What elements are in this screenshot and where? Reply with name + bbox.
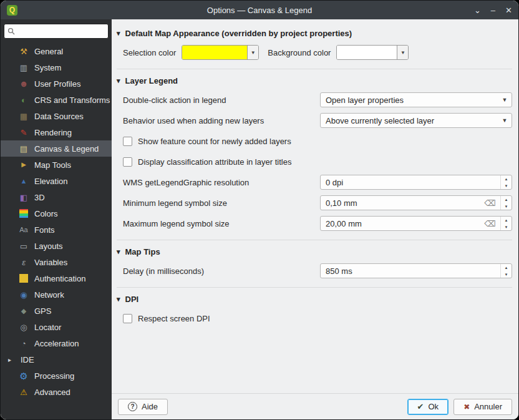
sidebar-item-3d[interactable]: 3D bbox=[1, 189, 112, 205]
sidebar-item-user-profiles[interactable]: User Profiles bbox=[1, 76, 112, 92]
globe-crs-icon bbox=[18, 94, 29, 105]
qgis-logo: Q bbox=[7, 5, 17, 16]
wms-resolution-label: WMS getLegendGraphic resolution bbox=[123, 178, 320, 187]
sidebar-item-rendering[interactable]: Rendering bbox=[1, 124, 112, 140]
color-bars-icon bbox=[18, 208, 29, 219]
sidebar-item-processing[interactable]: Processing bbox=[1, 368, 112, 384]
lock-icon bbox=[18, 273, 29, 284]
background-color-button[interactable]: ▼ bbox=[336, 45, 409, 60]
layout-icon bbox=[18, 240, 29, 252]
window-title: Options — Canvas & Legend bbox=[1, 6, 518, 15]
spin-down-icon[interactable]: ▼ bbox=[501, 271, 512, 278]
system-icon bbox=[18, 62, 29, 73]
cancel-icon: ✖ bbox=[463, 403, 470, 411]
min-symbol-size-spinbox[interactable]: 0,10 mm ⌫ ▲▼ bbox=[320, 195, 512, 210]
spin-up-icon[interactable]: ▲ bbox=[501, 175, 512, 182]
chevron-down-icon[interactable]: ▼ bbox=[397, 46, 408, 59]
cancel-button[interactable]: ✖ Annuler bbox=[454, 399, 512, 415]
paintbrush-icon bbox=[18, 127, 29, 138]
sidebar-item-fonts[interactable]: Fonts bbox=[1, 222, 112, 238]
sidebar-item-variables[interactable]: Variables bbox=[1, 254, 112, 270]
titlebar[interactable]: Q Options — Canvas & Legend ⌄ – ✕ bbox=[1, 1, 518, 19]
sidebar-item-map-tools[interactable]: Map Tools bbox=[1, 157, 112, 173]
sidebar-item-elevation[interactable]: Elevation bbox=[1, 173, 112, 189]
sidebar-item-layouts[interactable]: Layouts bbox=[1, 238, 112, 254]
expand-arrow-icon[interactable]: ▸ bbox=[8, 356, 16, 363]
section-header-layer-legend[interactable]: ▾ Layer Legend bbox=[117, 74, 512, 92]
background-color-label: Background color bbox=[268, 48, 331, 57]
spin-up-icon[interactable]: ▲ bbox=[501, 217, 512, 223]
sidebar-item-ide[interactable]: ▸IDE bbox=[1, 351, 112, 368]
spin-down-icon[interactable]: ▼ bbox=[501, 182, 512, 189]
section-dpi: ▾ DPI Respect screen DPI bbox=[117, 287, 512, 335]
sidebar-item-crs-transforms[interactable]: CRS and Transforms bbox=[1, 92, 112, 108]
respect-screen-dpi-checkbox[interactable] bbox=[123, 314, 132, 323]
sidebar-item-locator[interactable]: Locator bbox=[1, 319, 112, 335]
clear-icon[interactable]: ⌫ bbox=[480, 219, 500, 228]
maptip-delay-spinbox[interactable]: 850 ms ▲▼ bbox=[320, 263, 512, 278]
double-click-action-label: Double-click action in legend bbox=[123, 95, 320, 105]
help-icon: ? bbox=[128, 402, 137, 411]
section-title: Default Map Appearance (overridden by pr… bbox=[125, 29, 352, 38]
collapse-arrow-icon[interactable]: ▾ bbox=[117, 295, 120, 303]
section-title: Layer Legend bbox=[125, 76, 178, 85]
feature-count-label: Show feature count for newly added layer… bbox=[138, 137, 291, 146]
check-icon: ✔ bbox=[417, 402, 424, 411]
sidebar-item-colors[interactable]: Colors bbox=[1, 205, 112, 222]
sidebar-item-gps[interactable]: GPS bbox=[1, 303, 112, 319]
wms-resolution-spinbox[interactable]: 0 dpi ▲▼ bbox=[320, 175, 512, 190]
classification-attribute-checkbox[interactable] bbox=[123, 157, 132, 167]
minimize-icon[interactable]: – bbox=[491, 6, 495, 14]
spin-up-icon[interactable]: ▲ bbox=[501, 264, 512, 271]
clear-icon[interactable]: ⌫ bbox=[480, 198, 500, 208]
ok-button[interactable]: ✔ Ok bbox=[407, 399, 449, 415]
add-layer-behavior-label: Behavior used when adding new layers bbox=[123, 116, 320, 125]
sidebar-item-authentication[interactable]: Authentication bbox=[1, 270, 112, 286]
selection-color-swatch[interactable] bbox=[182, 46, 247, 59]
spin-up-icon[interactable]: ▲ bbox=[501, 196, 512, 203]
selection-color-button[interactable]: ▼ bbox=[182, 45, 259, 60]
close-icon[interactable]: ✕ bbox=[505, 6, 512, 14]
shade-icon[interactable]: ⌄ bbox=[474, 6, 481, 14]
spin-down-icon[interactable]: ▼ bbox=[501, 203, 512, 210]
help-button[interactable]: ? Aide bbox=[118, 399, 168, 415]
sidebar-search[interactable] bbox=[4, 24, 109, 39]
cube-3d-icon bbox=[18, 192, 29, 203]
background-color-swatch[interactable] bbox=[337, 46, 397, 59]
wrench-icon bbox=[18, 46, 29, 57]
sidebar-item-canvas-legend[interactable]: Canvas & Legend bbox=[1, 140, 112, 157]
collapse-arrow-icon[interactable]: ▾ bbox=[117, 248, 120, 256]
search-input[interactable] bbox=[17, 26, 105, 36]
sidebar-item-system[interactable]: System bbox=[1, 59, 112, 76]
chevron-down-icon[interactable]: ▼ bbox=[247, 46, 258, 59]
search-icon bbox=[7, 27, 15, 35]
gauge-icon bbox=[18, 338, 29, 349]
feature-count-checkbox[interactable] bbox=[123, 137, 132, 146]
fonts-icon bbox=[18, 224, 29, 235]
settings-panel: ▾ Default Map Appearance (overridden by … bbox=[112, 19, 518, 419]
sidebar-item-advanced[interactable]: Advanced bbox=[1, 384, 112, 400]
dialog-button-box: ? Aide ✔ Ok ✖ Annuler bbox=[112, 393, 518, 419]
collapse-arrow-icon[interactable]: ▾ bbox=[117, 77, 120, 85]
max-symbol-size-label: Maximum legend symbol size bbox=[123, 219, 320, 228]
map-legend-icon bbox=[18, 143, 29, 154]
chevron-down-icon: ▼ bbox=[498, 117, 512, 124]
sidebar-item-data-sources[interactable]: Data Sources bbox=[1, 108, 112, 124]
spin-down-icon[interactable]: ▼ bbox=[501, 223, 512, 230]
sidebar-item-general[interactable]: General bbox=[1, 43, 112, 59]
section-title: DPI bbox=[125, 295, 139, 304]
section-header-map-tips[interactable]: ▾ Map Tips bbox=[117, 245, 512, 263]
section-header-dpi[interactable]: ▾ DPI bbox=[117, 292, 512, 311]
section-header-appearance[interactable]: ▾ Default Map Appearance (overridden by … bbox=[117, 26, 512, 45]
max-symbol-size-spinbox[interactable]: 20,00 mm ⌫ ▲▼ bbox=[320, 216, 512, 231]
double-click-action-combobox[interactable]: Open layer properties ▼ bbox=[320, 92, 512, 107]
sidebar-item-acceleration[interactable]: Acceleration bbox=[1, 335, 112, 351]
add-layer-behavior-combobox[interactable]: Above currently selected layer ▼ bbox=[320, 113, 512, 128]
sidebar-item-network[interactable]: Network bbox=[1, 286, 112, 303]
chevron-down-icon: ▼ bbox=[498, 97, 512, 103]
settings-list: General System User Profiles CRS and Tra… bbox=[1, 43, 112, 419]
collapse-arrow-icon[interactable]: ▾ bbox=[117, 29, 120, 37]
section-layer-legend: ▾ Layer Legend Double-click action in le… bbox=[117, 69, 512, 240]
epsilon-icon bbox=[18, 256, 29, 268]
gear-icon bbox=[18, 370, 29, 381]
